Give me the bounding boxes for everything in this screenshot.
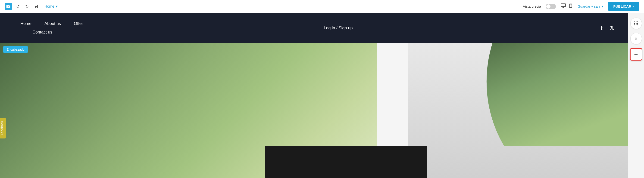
preview-label: Vista previa [523, 4, 541, 8]
svg-point-0 [634, 21, 635, 22]
nav-row-2: Contact us [14, 28, 90, 36]
nav-link-offer[interactable]: Offer [67, 19, 90, 28]
publish-label: PUBLICAR [614, 4, 632, 8]
svg-point-7 [636, 24, 636, 25]
facebook-icon[interactable]: f [601, 24, 603, 31]
home-dropdown-button[interactable]: Home ▾ [42, 3, 60, 9]
svg-point-1 [636, 21, 636, 22]
add-icon: + [634, 51, 638, 58]
nav-link-home[interactable]: Home [14, 19, 38, 28]
publish-button[interactable]: PUBLICAR › [608, 2, 640, 11]
twitter-icon[interactable]: 𝕏 [610, 25, 614, 31]
dropdown-arrow-icon: ▾ [56, 4, 58, 8]
encabezado-badge[interactable]: Encabezado [3, 46, 28, 53]
device-icons [560, 3, 573, 10]
nav-links-wrapper: Home About us Offer Contact us [14, 19, 90, 36]
preview-toggle[interactable] [546, 4, 556, 9]
black-box [265, 146, 427, 178]
svg-point-2 [637, 21, 638, 22]
publish-arrow-icon: › [633, 4, 634, 8]
svg-point-4 [636, 23, 636, 24]
toolbar: ↺ ↻ Home ▾ Vista previa [0, 0, 644, 13]
save-icon-button[interactable] [33, 3, 40, 10]
toolbar-center: Vista previa Guardar y salir ▾ PUBLICAR … [60, 2, 639, 11]
svg-point-5 [637, 23, 638, 24]
home-label: Home [44, 4, 54, 8]
save-arrow-icon: ▾ [602, 4, 603, 8]
email-icon[interactable] [5, 3, 12, 10]
nav-social: f 𝕏 [601, 24, 614, 31]
save-label: Guardar y salir [578, 4, 600, 8]
site-preview: Home About us Offer Contact us Log in / … [0, 13, 628, 178]
close-icon: × [634, 36, 638, 41]
hero-area: Encabezado [0, 43, 628, 178]
feedback-tab[interactable]: Feedback [0, 118, 6, 138]
mobile-icon[interactable] [568, 3, 573, 10]
desktop-icon[interactable] [560, 3, 566, 10]
nav-link-about[interactable]: About us [38, 19, 67, 28]
site-nav: Home About us Offer Contact us Log in / … [0, 13, 628, 43]
structure-icon-button[interactable] [630, 17, 642, 29]
nav-row-1: Home About us Offer [14, 19, 90, 28]
svg-point-8 [637, 24, 638, 25]
right-sidebar: × + [628, 13, 644, 178]
add-button[interactable]: + [630, 48, 642, 61]
canvas-area: Home About us Offer Contact us Log in / … [0, 13, 644, 178]
undo-button[interactable]: ↺ [15, 2, 21, 10]
nav-login[interactable]: Log in / Sign up [324, 26, 352, 30]
close-button[interactable]: × [630, 33, 642, 44]
svg-point-3 [634, 23, 635, 24]
save-and-exit-button[interactable]: Guardar y salir ▾ [578, 4, 603, 8]
nav-link-contact[interactable]: Contact us [14, 28, 59, 36]
svg-point-6 [634, 24, 635, 25]
toolbar-left: ↺ ↻ Home ▾ [5, 2, 60, 10]
nav-center: Log in / Sign up [90, 26, 587, 30]
redo-button[interactable]: ↻ [24, 2, 30, 10]
